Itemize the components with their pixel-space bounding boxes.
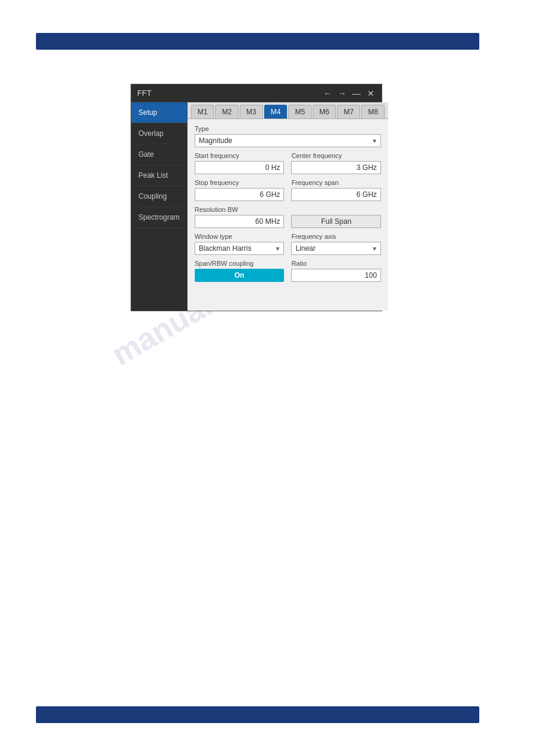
tab-m8[interactable]: M8 (361, 105, 385, 119)
tab-bar: M1 M2 M3 M4 M5 M6 M7 M8 (188, 102, 388, 119)
tab-m6[interactable]: M6 (313, 105, 336, 119)
bottom-bar (36, 706, 479, 723)
start-freq-input[interactable] (195, 161, 285, 174)
type-field: Type Magnitude ▼ (195, 125, 381, 147)
start-freq-field: Start frequency (195, 152, 285, 174)
title-bar: FFT ← → — ✕ (131, 84, 382, 102)
freq-span-input[interactable] (291, 188, 381, 201)
span-rbw-field: Span/RBW coupling On (195, 260, 285, 282)
window-axis-row: Window type Blackman Harris ▼ Frequency … (195, 233, 381, 255)
stop-freq-field: Stop frequency (195, 179, 285, 201)
back-button[interactable]: ← (323, 89, 333, 98)
freq-axis-field: Frequency axis Linear ▼ (291, 233, 381, 255)
freq-span-label: Frequency span (291, 179, 381, 186)
sidebar-item-coupling[interactable]: Coupling (131, 186, 187, 207)
tab-m7[interactable]: M7 (337, 105, 361, 119)
sidebar-item-spectrogram[interactable]: Spectrogram (131, 207, 187, 228)
full-span-field: Full Span (291, 206, 381, 228)
minimize-button[interactable]: — (352, 89, 361, 98)
freq-axis-dropdown[interactable]: Linear (291, 242, 381, 255)
content-panel: M1 M2 M3 M4 M5 M6 M7 M8 Type Magnitude (188, 102, 388, 311)
window-type-field: Window type Blackman Harris ▼ (195, 233, 285, 255)
full-span-spacer (291, 206, 381, 213)
freq-row-1: Start frequency Center frequency (195, 152, 381, 174)
forward-button[interactable]: → (337, 89, 347, 98)
resolution-bw-input[interactable] (195, 215, 285, 228)
full-span-button[interactable]: Full Span (291, 215, 381, 228)
resolution-bw-field: Resolution BW (195, 206, 285, 228)
sidebar-item-gate[interactable]: Gate (131, 144, 187, 165)
freq-row-2: Stop frequency Frequency span (195, 179, 381, 201)
type-dropdown[interactable]: Magnitude (195, 134, 381, 147)
center-freq-input[interactable] (291, 161, 381, 174)
ratio-field: Ratio (291, 260, 381, 282)
window-type-dropdown[interactable]: Blackman Harris (195, 242, 285, 255)
close-button[interactable]: ✕ (366, 89, 376, 98)
resolution-bw-label: Resolution BW (195, 206, 285, 213)
center-freq-label: Center frequency (291, 152, 381, 159)
center-freq-field: Center frequency (291, 152, 381, 174)
sidebar: Setup Overlap Gate Peak List Coupling Sp… (131, 102, 188, 311)
sidebar-item-overlap[interactable]: Overlap (131, 123, 187, 144)
dialog-title: FFT (137, 89, 152, 98)
window-type-dropdown-wrap: Blackman Harris ▼ (195, 242, 285, 255)
stop-freq-label: Stop frequency (195, 179, 285, 186)
freq-axis-dropdown-wrap: Linear ▼ (291, 242, 381, 255)
sidebar-item-setup[interactable]: Setup (131, 102, 187, 123)
top-bar (36, 33, 479, 50)
span-rbw-on-button[interactable]: On (195, 269, 285, 282)
freq-span-field: Frequency span (291, 179, 381, 201)
ratio-input[interactable] (291, 269, 381, 282)
rbw-row: Resolution BW Full Span (195, 206, 381, 228)
tab-m3[interactable]: M3 (240, 105, 263, 119)
tab-m2[interactable]: M2 (215, 105, 238, 119)
type-dropdown-wrap: Magnitude ▼ (195, 134, 381, 147)
tab-m1[interactable]: M1 (191, 105, 214, 119)
content-body: Type Magnitude ▼ Start frequency (188, 119, 388, 311)
ratio-label: Ratio (291, 260, 381, 267)
span-rbw-label: Span/RBW coupling (195, 260, 285, 267)
fft-dialog: FFT ← → — ✕ Setup Overlap Gate Peak List… (131, 84, 382, 311)
start-freq-label: Start frequency (195, 152, 285, 159)
freq-axis-label: Frequency axis (291, 233, 381, 240)
window-type-label: Window type (195, 233, 285, 240)
title-controls: ← → — ✕ (323, 89, 376, 98)
type-label: Type (195, 125, 381, 132)
sidebar-item-peaklist[interactable]: Peak List (131, 165, 187, 186)
dialog-body: Setup Overlap Gate Peak List Coupling Sp… (131, 102, 382, 311)
stop-freq-input[interactable] (195, 188, 285, 201)
span-rbw-row: Span/RBW coupling On Ratio (195, 260, 381, 282)
tab-m4[interactable]: M4 (264, 105, 288, 119)
tab-m5[interactable]: M5 (288, 105, 312, 119)
